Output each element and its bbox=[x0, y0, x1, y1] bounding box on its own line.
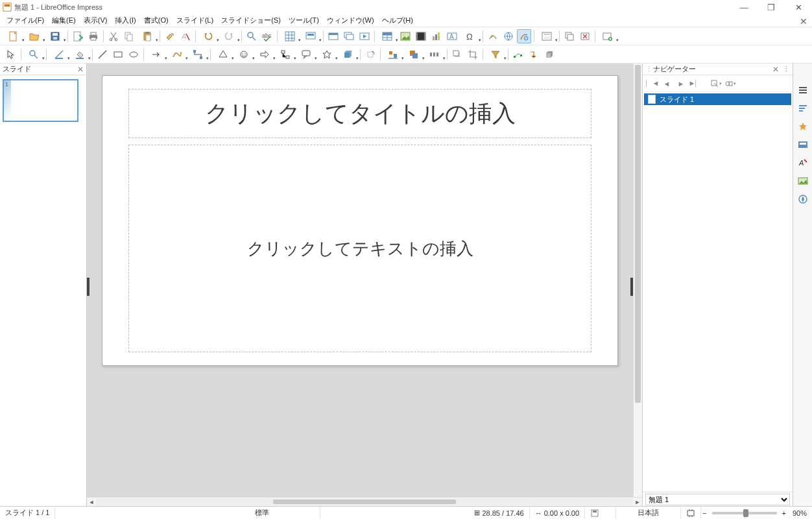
start-from-first-button[interactable] bbox=[342, 29, 356, 43]
shadow-button[interactable] bbox=[450, 47, 464, 62]
navigator-tree[interactable]: スライド 1 bbox=[643, 92, 793, 492]
tab-animation[interactable] bbox=[796, 119, 810, 134]
distribute-button[interactable]: ▾ bbox=[425, 47, 444, 62]
tab-navigator[interactable] bbox=[796, 192, 810, 206]
zoom-value[interactable]: 90% bbox=[787, 507, 812, 519]
spellcheck-button[interactable]: abc bbox=[260, 29, 274, 43]
horizontal-scrollbar[interactable]: ◄ ► bbox=[87, 497, 642, 506]
minimize-button[interactable]: — bbox=[733, 1, 755, 14]
maximize-button[interactable]: ❐ bbox=[760, 1, 782, 14]
nav-next-button[interactable]: ► bbox=[675, 78, 687, 90]
undo-button[interactable]: ▾ bbox=[198, 29, 218, 43]
zoom-fit-button[interactable] bbox=[681, 507, 701, 519]
insert-line-button[interactable] bbox=[95, 47, 110, 62]
close-document-button[interactable]: ✕ bbox=[799, 17, 808, 26]
slide-canvas[interactable]: クリックしてタイトルの挿入 クリックしてテキストの挿入 bbox=[102, 75, 618, 366]
extrusion-button[interactable] bbox=[542, 47, 556, 62]
content-placeholder[interactable]: クリックしてテキストの挿入 bbox=[128, 145, 591, 352]
insert-image-button[interactable] bbox=[398, 29, 412, 43]
menu-edit[interactable]: 編集(E) bbox=[48, 14, 80, 27]
crop-image-button[interactable] bbox=[466, 47, 480, 62]
connectors-button[interactable]: ▾ bbox=[188, 47, 208, 62]
menu-slide[interactable]: スライド(L) bbox=[173, 14, 217, 27]
open-button[interactable]: ▾ bbox=[25, 29, 44, 43]
status-modified[interactable] bbox=[585, 507, 616, 519]
canvas-scroll[interactable]: クリックしてタイトルの挿入 クリックしてテキストの挿入 bbox=[87, 64, 633, 497]
menu-help[interactable]: ヘルプ(H) bbox=[378, 14, 417, 27]
symbol-shapes-button[interactable]: ▾ bbox=[234, 47, 254, 62]
stars-button[interactable]: ▾ bbox=[317, 47, 337, 62]
rectangle-button[interactable] bbox=[111, 47, 125, 62]
arrange-button[interactable]: ▾ bbox=[404, 47, 424, 62]
title-placeholder[interactable]: クリックしてタイトルの挿入 bbox=[128, 89, 591, 138]
slide-thumbnail-1[interactable]: 1 bbox=[3, 79, 78, 122]
hscroll-right-arrow[interactable]: ► bbox=[633, 498, 642, 506]
grid-view-button[interactable]: ▾ bbox=[280, 29, 300, 43]
tab-properties[interactable] bbox=[796, 83, 810, 97]
start-current-button[interactable] bbox=[357, 29, 372, 43]
basic-shapes-button[interactable]: ▾ bbox=[213, 47, 233, 62]
paste-button[interactable]: ▾ bbox=[137, 29, 157, 43]
navigator-menu-button[interactable]: ⋮ bbox=[783, 65, 790, 73]
select-tool-button[interactable] bbox=[4, 47, 18, 62]
zoom-in-button[interactable]: + bbox=[781, 507, 787, 519]
tab-master-slides[interactable] bbox=[796, 138, 810, 152]
lines-arrows-button[interactable]: ▾ bbox=[147, 47, 166, 62]
vertical-scrollbar[interactable] bbox=[633, 64, 642, 497]
navigator-close-button[interactable]: ✕ bbox=[772, 65, 779, 74]
slide-thumbnails[interactable]: 1 bbox=[0, 75, 86, 506]
display-views-button[interactable]: ▾ bbox=[301, 29, 320, 43]
menu-format[interactable]: 書式(O) bbox=[140, 14, 173, 27]
nav-prev-button[interactable]: ◄ bbox=[661, 78, 673, 90]
master-slide-button[interactable] bbox=[326, 29, 340, 43]
export-pdf-button[interactable] bbox=[71, 29, 85, 43]
flowchart-button[interactable]: ▾ bbox=[276, 47, 295, 62]
tab-gallery[interactable] bbox=[796, 174, 810, 188]
menu-slideshow[interactable]: スライドショー(S) bbox=[217, 14, 285, 27]
ellipse-button[interactable] bbox=[126, 47, 141, 62]
line-color-button[interactable]: ▾ bbox=[49, 47, 69, 62]
3d-objects-button[interactable]: ▾ bbox=[338, 47, 357, 62]
tab-slide-transition[interactable] bbox=[796, 101, 810, 115]
zoom-slider[interactable] bbox=[712, 512, 777, 514]
menu-file[interactable]: ファイル(F) bbox=[3, 14, 48, 27]
align-objects-button[interactable]: ▾ bbox=[383, 47, 403, 62]
cut-button[interactable] bbox=[106, 29, 121, 43]
new-button[interactable]: ▾ bbox=[4, 29, 23, 43]
insert-av-button[interactable] bbox=[414, 29, 428, 43]
hscroll-left-arrow[interactable]: ◄ bbox=[87, 498, 96, 506]
save-button[interactable]: ▾ bbox=[45, 29, 65, 43]
delete-slide-button[interactable] bbox=[578, 29, 592, 43]
status-slide-count[interactable]: スライド 1 / 1 bbox=[0, 507, 55, 519]
status-mode[interactable]: 標準 bbox=[204, 507, 320, 519]
insert-hyperlink-button[interactable] bbox=[501, 29, 516, 43]
show-draw-functions-button[interactable] bbox=[517, 29, 531, 43]
insert-textbox-button[interactable]: A bbox=[445, 29, 459, 43]
close-window-button[interactable]: ✕ bbox=[787, 1, 809, 14]
insert-special-char-button[interactable]: Ω▾ bbox=[460, 29, 480, 43]
new-slide-button[interactable]: ▾ bbox=[598, 29, 617, 43]
callouts-button[interactable]: ▾ bbox=[296, 47, 316, 62]
slide-layout-button[interactable]: ▾ bbox=[537, 29, 556, 43]
hscroll-thumb[interactable] bbox=[273, 500, 456, 504]
zoom-out-button[interactable]: − bbox=[701, 507, 708, 519]
menu-view[interactable]: 表示(V) bbox=[80, 14, 112, 27]
clone-formatting-button[interactable] bbox=[163, 29, 177, 43]
curves-polygons-button[interactable]: ▾ bbox=[167, 47, 187, 62]
zoom-tool-button[interactable]: ▾ bbox=[24, 47, 43, 62]
find-replace-button[interactable] bbox=[245, 29, 259, 43]
menu-window[interactable]: ウィンドウ(W) bbox=[323, 14, 378, 27]
block-arrows-button[interactable]: ▾ bbox=[255, 47, 274, 62]
points-button[interactable] bbox=[511, 47, 525, 62]
insert-fontwork-button[interactable]: F bbox=[486, 29, 500, 43]
copy-button[interactable] bbox=[122, 29, 136, 43]
vscroll-thumb[interactable] bbox=[635, 65, 641, 403]
insert-chart-button[interactable] bbox=[429, 29, 444, 43]
tab-styles[interactable]: A bbox=[796, 156, 810, 170]
navigator-item-slide1[interactable]: スライド 1 bbox=[644, 93, 791, 105]
nav-last-button[interactable]: ►⎸ bbox=[689, 78, 701, 90]
navigator-doc-select[interactable]: 無題 1 bbox=[645, 494, 790, 505]
zoom-knob[interactable] bbox=[743, 509, 748, 517]
print-button[interactable] bbox=[86, 29, 101, 43]
redo-button[interactable]: ▾ bbox=[219, 29, 239, 43]
